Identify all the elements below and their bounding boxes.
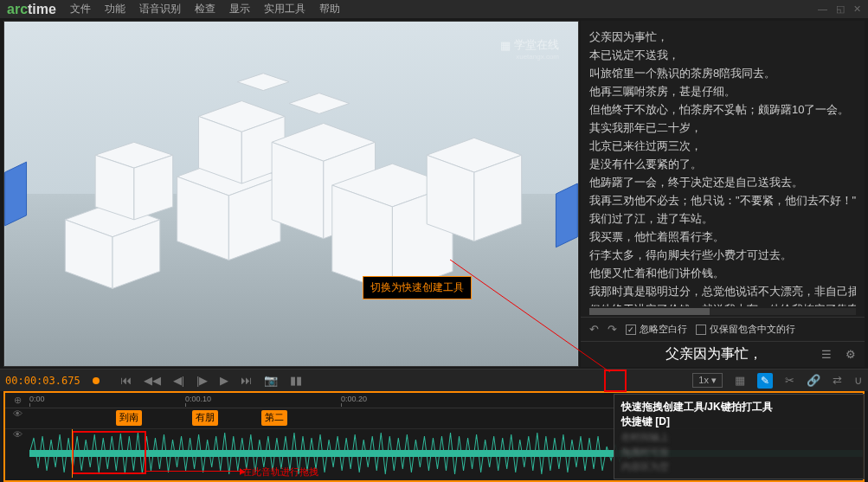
current-line-text: 父亲因为事忙，: [665, 345, 762, 363]
scene-svg: [4, 22, 578, 366]
subtitle-clip[interactable]: 第二: [261, 410, 287, 426]
step-fwd-icon[interactable]: |▶: [196, 374, 208, 387]
script-line[interactable]: 他再三嘱咐茶房，甚是仔细。: [589, 82, 856, 100]
subtitle-clip[interactable]: 到南: [116, 410, 142, 426]
main-menu: 文件 功能 语音识别 检查 显示 实用工具 帮助: [70, 2, 340, 16]
script-line[interactable]: 是没有什么要紧的了。: [589, 155, 856, 173]
script-line[interactable]: 他踌躇了一会，终于决定还是自己送我去。: [589, 173, 856, 191]
window-controls: — ◱ ✕: [818, 3, 861, 15]
app-logo: arctime: [7, 2, 56, 17]
cut-icon[interactable]: ✂: [785, 374, 794, 387]
step-back-icon[interactable]: ◀|: [173, 374, 184, 387]
transport-bar: 00:00:03.675 ⏮ ◀◀ ◀| |▶ ▶ ⏭ 📷 ▮▮ 1x ▾ ▦ …: [0, 369, 868, 391]
zoom-add-icon[interactable]: ⊕: [5, 395, 29, 406]
video-preview[interactable]: ▦ 学堂在线 xuetangx.com 切换为快速创建工具: [3, 21, 579, 367]
ruler-tick: 0:00.20: [341, 395, 367, 403]
script-line[interactable]: 北京已来往过两三次，: [589, 137, 856, 155]
script-line[interactable]: 我买票，他忙着照看行李。: [589, 228, 856, 246]
watermark: ▦ 学堂在线: [500, 37, 559, 53]
menu-file[interactable]: 文件: [70, 2, 91, 16]
script-line[interactable]: 但他终于讲定了价钱；就送我上车。他给我拣定了靠车门的: [589, 300, 856, 306]
ignore-blank-checkbox[interactable]: ✓忽略空白行: [626, 323, 687, 336]
script-line[interactable]: 我那时真是聪明过分，总觉他说话不大漂亮，非自己插嘴不: [589, 282, 856, 300]
minimize-icon[interactable]: —: [818, 3, 827, 15]
menu-check[interactable]: 检查: [195, 2, 215, 16]
current-line-bar: 父亲因为事忙， ☰ ⚙: [581, 341, 865, 367]
video-scene: ▦ 学堂在线 xuetangx.com: [4, 22, 578, 366]
keep-chinese-checkbox[interactable]: 仅保留包含中文的行: [696, 323, 795, 336]
annotation-drag-label: 在此音轨进行拖拽: [242, 466, 318, 478]
track-visibility-icon[interactable]: 👁: [5, 429, 29, 478]
script-line[interactable]: 但他终于不放心，怕茶房不妥帖；颇踌躇10了一会。: [589, 100, 856, 119]
script-line[interactable]: 我再三劝他不必去；他只说："不要紧，他们去不好！": [589, 191, 856, 209]
magnet-icon[interactable]: ∪: [854, 374, 863, 387]
track-visibility-icon[interactable]: 👁: [5, 408, 29, 428]
script-line[interactable]: 他便又忙着和他们讲价钱。: [589, 264, 856, 282]
record-indicator-icon: [93, 377, 100, 384]
ruler-tick: 0:00: [29, 395, 45, 403]
script-options: ↶ ↷ ✓忽略空白行 仅保留包含中文的行: [581, 317, 865, 341]
menu-display[interactable]: 显示: [229, 2, 250, 16]
prev-icon[interactable]: ◀◀: [144, 374, 161, 387]
script-line[interactable]: 我们过了江，进了车站。: [589, 209, 856, 228]
play-icon[interactable]: ▶: [220, 374, 228, 387]
maximize-icon[interactable]: ◱: [836, 3, 845, 15]
quick-create-tool-button[interactable]: ✎: [757, 373, 773, 389]
skip-end-icon[interactable]: ⏭: [241, 374, 252, 387]
script-line[interactable]: 其实我那年已二十岁，: [589, 119, 856, 137]
script-line[interactable]: 父亲因为事忙，: [589, 28, 856, 46]
undo-icon[interactable]: ↶: [589, 323, 599, 336]
marker-icon[interactable]: ▮▮: [290, 374, 302, 387]
timecode: 00:00:03.675: [5, 375, 80, 387]
tool-tooltip: 切换为快速创建工具: [363, 276, 472, 299]
tool-popup-tooltip: 快速拖拽创建工具/JK键拍打工具 快捷键 [D] 在时间轴上 拖拽时可按 内容区…: [614, 394, 865, 479]
popup-title: 快速拖拽创建工具/JK键拍打工具: [621, 400, 857, 415]
popup-shortcut: 快捷键 [D]: [621, 415, 857, 429]
subtitle-clip[interactable]: 有朋: [192, 410, 218, 426]
script-line[interactable]: 叫旅馆里一个熟识的茶房8陪我同去。: [589, 64, 856, 82]
annotation-drag-arrow: [146, 471, 241, 472]
popup-line: 在时间轴上: [621, 431, 857, 444]
watermark-sub: xuetangx.com: [516, 53, 559, 61]
menu-speech[interactable]: 语音识别: [139, 2, 181, 16]
menu-help[interactable]: 帮助: [319, 2, 340, 16]
script-text[interactable]: 父亲因为事忙， 本已说定不送我， 叫旅馆里一个熟识的茶房8陪我同去。 他再三嘱咐…: [581, 21, 865, 306]
close-icon[interactable]: ✕: [853, 3, 861, 15]
link-icon[interactable]: 🔗: [807, 374, 820, 387]
script-line[interactable]: 行李太多，得向脚夫行些小费才可过去。: [589, 246, 856, 264]
script-line[interactable]: 本已说定不送我，: [589, 46, 856, 64]
camera-icon[interactable]: 📷: [264, 374, 278, 387]
redo-icon[interactable]: ↷: [608, 323, 617, 336]
swap-icon[interactable]: ⇄: [833, 374, 842, 387]
skip-start-icon[interactable]: ⏮: [120, 374, 132, 387]
watermark-icon: ▦: [500, 39, 511, 52]
ruler-tick: 0:00.10: [185, 395, 211, 403]
menu-tools[interactable]: 实用工具: [264, 2, 305, 16]
settings-icon[interactable]: ⚙: [845, 348, 856, 361]
top-bar: arctime 文件 功能 语音识别 检查 显示 实用工具 帮助 — ◱ ✕: [0, 0, 868, 19]
menu-function[interactable]: 功能: [105, 2, 125, 16]
script-panel: 父亲因为事忙， 本已说定不送我， 叫旅馆里一个熟识的茶房8陪我同去。 他再三嘱咐…: [581, 21, 865, 367]
speed-selector[interactable]: 1x ▾: [692, 373, 723, 388]
popup-line: 拖拽时可按: [621, 446, 857, 459]
grid-icon[interactable]: ▦: [735, 374, 745, 387]
horizontal-scrollbar[interactable]: [589, 308, 856, 315]
list-icon[interactable]: ☰: [821, 348, 832, 361]
annotation-selection-box: [72, 431, 146, 474]
playhead[interactable]: [72, 429, 73, 478]
popup-line: 内容区为空: [621, 460, 857, 473]
